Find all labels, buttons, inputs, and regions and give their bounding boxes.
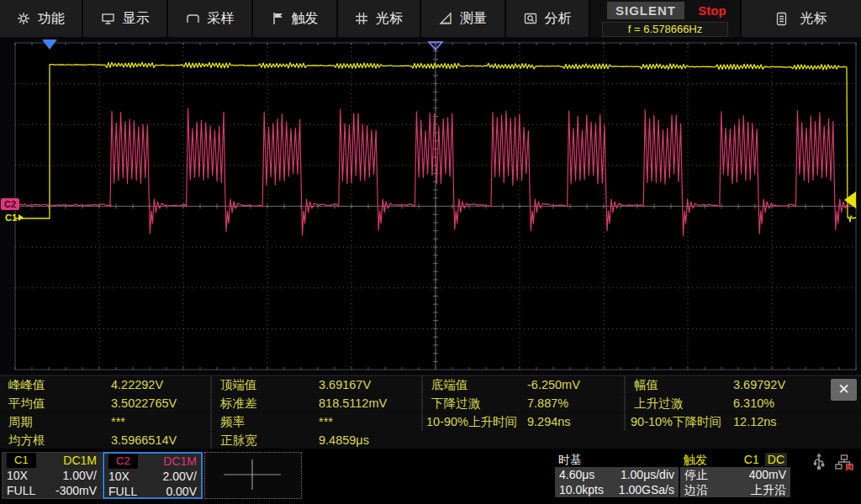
- meas-label: 上升过激: [624, 395, 733, 412]
- meas-label: 平均值: [0, 395, 111, 412]
- channel-bandwidth: FULL: [108, 484, 137, 499]
- trigger-title: 触发: [684, 452, 707, 467]
- channel-name: C1: [7, 453, 36, 468]
- meas-value: 9.294ns: [527, 413, 624, 431]
- meas-label: 90-10%下降时间: [624, 413, 733, 431]
- menu-item-label: 显示: [123, 10, 150, 28]
- notes-icon: [776, 12, 787, 26]
- channel-scale: 1.00V/: [63, 468, 97, 483]
- menu-bar: 功能 显示 采样 触发 光标 测量 分析 SIGLENT: [0, 0, 861, 39]
- gear-icon: [17, 12, 30, 25]
- channel-name: C2: [108, 454, 138, 469]
- meas-value: 3.69167V: [319, 376, 421, 394]
- meas-label: 峰峰值: [0, 376, 111, 394]
- lan-icon: [834, 454, 854, 472]
- timebase-title: 时基: [558, 452, 582, 467]
- trigger-level: 400mV: [749, 467, 786, 482]
- menu-item-label: 采样: [208, 10, 235, 28]
- channel-coupling: DC1M: [63, 453, 97, 468]
- menu-item-label: 功能: [38, 10, 65, 28]
- meas-value: 818.5112mV: [319, 395, 421, 412]
- meas-label: 底端值: [421, 376, 527, 394]
- channel-bandwidth: FULL: [7, 483, 35, 498]
- waveform-display: C2 C1: [0, 39, 861, 375]
- meas-value: 3.5022765V: [111, 395, 210, 412]
- meas-value: 3.5966514V: [111, 432, 210, 449]
- trigger-coupling: DC: [765, 453, 787, 466]
- menu-item-measure[interactable]: 测量: [421, 0, 506, 37]
- display-icon: [101, 12, 115, 25]
- channel-offset: 0.00V: [166, 484, 197, 499]
- channel-box-c2[interactable]: C2DC1M 10X2.00V/ FULL0.00V: [103, 452, 203, 499]
- channel-box-c1[interactable]: C1DC1M 10X1.00V/ FULL-300mV: [2, 452, 102, 499]
- meas-label: 标准差: [210, 395, 319, 412]
- channel-offset: -300mV: [55, 483, 97, 498]
- measure-ruler-icon: [439, 12, 452, 25]
- meas-value: ***: [319, 413, 421, 431]
- waveform-canvas: [0, 39, 861, 375]
- brand-status-block: SIGLENT Stop f = 6.578666Hz: [590, 0, 742, 37]
- run-state-badge[interactable]: Stop: [684, 3, 740, 18]
- meas-value: 9.4859μs: [319, 432, 421, 449]
- trigger-slope: 上升沿: [751, 482, 786, 497]
- analysis-magnifier-icon: [524, 12, 537, 25]
- timebase-samplerate: 1.00GSa/s: [619, 482, 674, 497]
- oscilloscope-screen: 功能 显示 采样 触发 光标 测量 分析 SIGLENT: [0, 0, 861, 504]
- add-channel-icon: [205, 453, 299, 496]
- trigger-source: C1: [741, 453, 763, 466]
- menu-item-label: 光标: [800, 10, 827, 28]
- menu-item-trigger[interactable]: 触发: [253, 0, 338, 37]
- c1-arrow-icon: [18, 214, 24, 221]
- meas-label: 周期: [0, 413, 111, 431]
- acquire-icon: [186, 12, 200, 25]
- meas-label: 幅值: [624, 376, 733, 394]
- channel-scale: 2.00V/: [163, 469, 197, 484]
- meas-label: 均方根: [0, 432, 111, 449]
- timebase-box[interactable]: 时基 4.60μs1.00μs/div 10.0kpts1.00GSa/s: [555, 452, 679, 497]
- trigger-flag-icon: [272, 12, 284, 25]
- close-icon[interactable]: ✕: [831, 379, 857, 401]
- trigger-box[interactable]: 触发 C1DC 停止400mV 边沿上升沿: [680, 452, 790, 497]
- timebase-scale: 1.00μs/div: [621, 467, 674, 482]
- menu-item-cursors[interactable]: 光标: [338, 0, 421, 37]
- meas-label: 顶端值: [210, 376, 319, 394]
- channel-coupling: DC1M: [163, 454, 197, 469]
- menu-item-label: 测量: [460, 10, 487, 28]
- menu-item-utility[interactable]: 功能: [0, 0, 83, 37]
- timebase-delay: 4.60μs: [559, 467, 594, 482]
- meas-label: 频率: [210, 413, 319, 431]
- c1-position-marker[interactable]: C1: [5, 213, 24, 223]
- channel-probe: 10X: [108, 469, 129, 484]
- meas-value: 12.12ns: [733, 413, 861, 431]
- cursor-grid-icon: [355, 12, 368, 25]
- menu-item-display[interactable]: 显示: [83, 0, 168, 37]
- siglent-logo: SIGLENT: [607, 2, 684, 19]
- channel-probe: 10X: [7, 468, 28, 483]
- usb-icon: [811, 454, 827, 470]
- meas-label: 正脉宽: [210, 432, 319, 449]
- timebase-memory: 10.0kpts: [559, 482, 604, 497]
- menu-item-label: 分析: [545, 10, 572, 28]
- bottom-status-bar: C1DC1M 10X1.00V/ FULL-300mV C2DC1M 10X2.…: [0, 449, 861, 504]
- measurement-table: 峰峰值 4.22292V 顶端值 3.69167V 底端值 -6.250mV 幅…: [0, 375, 861, 450]
- trigger-type: 边沿: [684, 482, 708, 497]
- trigger-frequency-readout: f = 6.578666Hz: [602, 22, 728, 37]
- menu-item-analysis[interactable]: 分析: [506, 0, 590, 37]
- menu-item-acquire[interactable]: 采样: [168, 0, 253, 37]
- meas-value: 7.887%: [527, 395, 624, 412]
- meas-value: -6.250mV: [527, 376, 624, 394]
- meas-label: 下降过激: [421, 395, 527, 412]
- trigger-mode: 停止: [684, 467, 708, 482]
- add-channel-button[interactable]: [204, 452, 302, 499]
- meas-value: 4.22292V: [111, 376, 210, 394]
- meas-value: ***: [111, 413, 210, 431]
- c2-position-marker[interactable]: C2: [1, 198, 19, 210]
- meas-label: 10-90%上升时间: [421, 413, 527, 431]
- menu-item-label: 触发: [292, 10, 319, 28]
- menu-item-label: 光标: [376, 10, 403, 28]
- menu-item-cursor-panel[interactable]: 光标: [742, 0, 861, 37]
